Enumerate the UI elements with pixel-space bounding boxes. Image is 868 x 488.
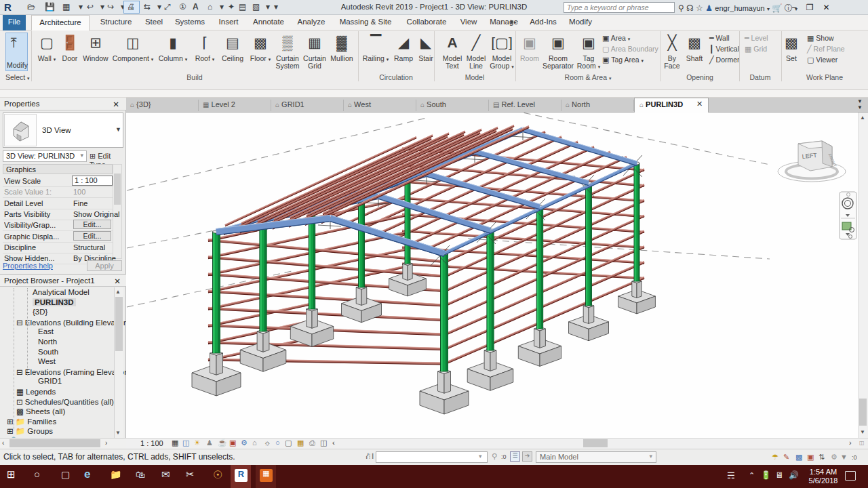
svg-text:LEFT: LEFT	[802, 152, 817, 160]
